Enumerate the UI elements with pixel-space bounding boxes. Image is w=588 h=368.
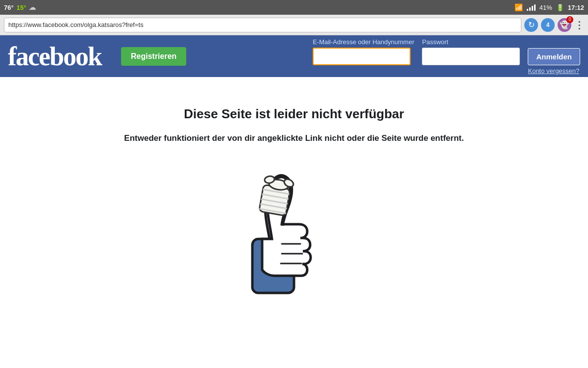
wifi-icon: 📶 — [514, 3, 523, 11]
refresh-icon: ↻ — [528, 20, 535, 29]
password-field-container: Passwort — [422, 38, 520, 65]
status-bar: 76° 15° ☁ 📶 41% 🔋 17:12 — [0, 0, 588, 15]
notification-badge: 0 — [566, 16, 573, 23]
facebook-header: facebook Registrieren E-Mail-Adresse ode… — [0, 35, 588, 77]
clock: 17:12 — [568, 4, 584, 11]
battery-icon: 🔋 — [556, 4, 564, 11]
error-title: Diese Seite ist leider nicht verfügbar — [10, 106, 578, 122]
refresh-button[interactable]: ↻ — [524, 18, 538, 32]
broken-thumb-illustration — [10, 163, 578, 305]
email-input[interactable] — [313, 48, 411, 65]
password-input[interactable] — [422, 48, 520, 65]
login-section: E-Mail-Adresse oder Handynummer Passwort… — [313, 38, 580, 75]
menu-button[interactable]: ⋮ — [574, 19, 584, 31]
error-subtitle: Entweder funktioniert der von dir angekl… — [10, 133, 578, 143]
register-button[interactable]: Registrieren — [121, 47, 186, 66]
temperature-2: 15° — [17, 4, 26, 11]
url-text: https://www.facebook.com/olga.katsaros?f… — [8, 21, 144, 28]
tab-count: 4 — [546, 22, 550, 28]
temperature-1: 76° — [4, 4, 14, 11]
main-content: Diese Seite ist leider nicht verfügbar E… — [0, 77, 588, 315]
signal-bars — [527, 4, 536, 11]
email-field-container: E-Mail-Adresse oder Handynummer — [313, 38, 414, 65]
login-actions: Anmelden Konto vergessen? — [528, 38, 580, 75]
password-label: Passwort — [422, 38, 520, 46]
address-bar: https://www.facebook.com/olga.katsaros?f… — [0, 15, 588, 35]
broken-thumb-svg — [223, 163, 365, 305]
login-button[interactable]: Anmelden — [528, 48, 580, 65]
email-label: E-Mail-Adresse oder Handynummer — [313, 38, 414, 46]
url-field[interactable]: https://www.facebook.com/olga.katsaros?f… — [4, 18, 521, 32]
cloud-icon: ☁ — [29, 3, 36, 11]
facebook-logo: facebook — [8, 41, 101, 72]
ghost-button[interactable]: 👻 0 — [558, 18, 571, 32]
tabs-button[interactable]: 4 — [541, 18, 555, 32]
forgot-link[interactable]: Konto vergessen? — [528, 67, 580, 75]
battery-indicator: 41% — [539, 4, 552, 11]
